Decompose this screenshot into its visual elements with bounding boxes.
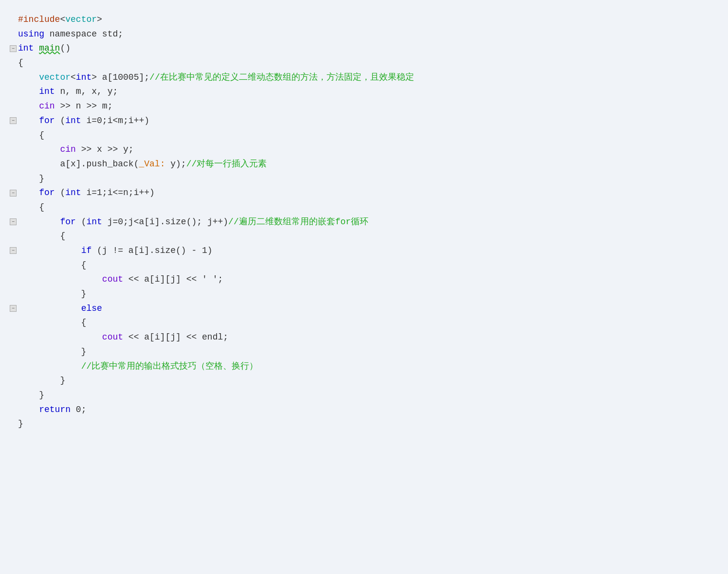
- code-line: − for (int i=1;i<=n;i++): [10, 186, 718, 200]
- token: [18, 304, 81, 313]
- token: {: [18, 58, 23, 68]
- token: i=1;i<=n;i++): [81, 188, 155, 197]
- token: main: [39, 43, 60, 53]
- token: {: [18, 130, 44, 140]
- token: cout: [18, 274, 128, 284]
- token: }: [18, 289, 86, 299]
- token: >: [97, 15, 102, 24]
- token: 0;: [71, 405, 86, 414]
- token: //在比赛中常见的定义二维动态数组的方法，方法固定，且效果稳定: [149, 72, 414, 82]
- code-line: − else: [10, 302, 718, 316]
- token: for: [39, 188, 55, 197]
- token: int: [65, 116, 81, 126]
- code-line: cout << a[i][j] << ' ';: [10, 272, 718, 287]
- token: //遍历二维数组常用的嵌套for循环: [228, 217, 368, 227]
- token: y);: [165, 159, 186, 169]
- fold-button[interactable]: −: [10, 305, 17, 312]
- token: using: [18, 29, 44, 39]
- token: {: [18, 231, 65, 241]
- token: int: [76, 72, 91, 82]
- token: [18, 405, 39, 414]
- code-line: using namespace std;: [10, 27, 718, 42]
- token: cin: [18, 144, 81, 154]
- token: [34, 43, 39, 53]
- token: [18, 217, 60, 227]
- code-line: }: [10, 345, 718, 359]
- code-line: cin >> x >> y;: [10, 143, 718, 157]
- token: [18, 246, 81, 255]
- token: //比赛中常用的输出格式技巧（空格、换行）: [81, 361, 258, 371]
- token: else: [81, 304, 102, 313]
- code-line: − for (int j=0;j<a[i].size(); j++)//遍历二维…: [10, 215, 718, 230]
- code-line: cin >> n >> m;: [10, 99, 718, 114]
- fold-button[interactable]: −: [10, 190, 17, 197]
- code-line: }: [10, 374, 718, 388]
- fold-button[interactable]: −: [10, 247, 17, 254]
- code-line: −int main(): [10, 41, 718, 56]
- token: for: [39, 116, 55, 126]
- token: }: [18, 376, 65, 385]
- token: }: [18, 347, 86, 357]
- token: }: [18, 390, 44, 400]
- code-pre: #include<vector> using namespace std; −i…: [0, 5, 728, 574]
- token: (): [60, 43, 71, 53]
- fold-button[interactable]: −: [10, 218, 17, 225]
- code-line: }: [10, 172, 718, 186]
- token: int: [86, 217, 102, 227]
- token: {: [18, 318, 86, 327]
- token: return: [39, 405, 71, 414]
- token: << a[i][j] << ' ';: [128, 274, 223, 284]
- code-line: {: [10, 316, 718, 330]
- code-line: {: [10, 128, 718, 143]
- code-line: a[x].push_back(_Val: y);//对每一行插入元素: [10, 157, 718, 172]
- token: int: [18, 43, 34, 53]
- code-line: {: [10, 258, 718, 273]
- token: std: [102, 29, 118, 39]
- fold-button[interactable]: −: [10, 45, 17, 52]
- token: {: [18, 202, 44, 212]
- token: }: [18, 419, 23, 429]
- code-line: int n, m, x, y;: [10, 85, 718, 99]
- code-line: }: [10, 417, 718, 431]
- token: >> x >> y;: [81, 144, 134, 154]
- token: vector: [18, 72, 71, 82]
- token: cout: [18, 332, 128, 342]
- code-line: cout << a[i][j] << endl;: [10, 330, 718, 345]
- token: _Val:: [139, 159, 165, 169]
- token: << a[i][j] << endl;: [128, 332, 228, 342]
- token: vector: [65, 15, 97, 24]
- token: <: [71, 72, 76, 82]
- token: j=0;j<a[i].size(); j++): [102, 217, 228, 227]
- code-line: {: [10, 200, 718, 215]
- token: }: [18, 174, 44, 183]
- token: if: [81, 246, 92, 255]
- token: ;: [118, 29, 123, 39]
- token: [18, 116, 39, 126]
- code-line: //比赛中常用的输出格式技巧（空格、换行）: [10, 359, 718, 374]
- code-line: {: [10, 229, 718, 244]
- code-line: return 0;: [10, 403, 718, 417]
- token: [18, 188, 39, 197]
- token: (: [55, 188, 66, 197]
- code-editor: #include<vector> using namespace std; −i…: [0, 0, 728, 574]
- token: cin: [18, 101, 60, 111]
- code-line: {: [10, 56, 718, 71]
- code-line: − for (int i=0;i<m;i++): [10, 114, 718, 128]
- code-line: #include<vector>: [10, 13, 718, 27]
- token: (j != a[i].size() - 1): [91, 246, 212, 255]
- token: [18, 87, 39, 96]
- token: (: [55, 116, 66, 126]
- code-line: }: [10, 287, 718, 302]
- token: a[x].push_back(: [18, 159, 139, 169]
- token: (: [76, 217, 87, 227]
- token: int: [39, 87, 55, 96]
- token: namespace: [44, 29, 102, 39]
- token: for: [60, 217, 75, 227]
- code-line: vector<int> a[10005];//在比赛中常见的定义二维动态数组的方…: [10, 71, 718, 85]
- token: i=0;i<m;i++): [81, 116, 149, 126]
- token: [18, 361, 81, 371]
- token: >> n >> m;: [60, 101, 112, 111]
- token: n, m, x, y;: [55, 87, 118, 96]
- fold-button[interactable]: −: [10, 117, 17, 124]
- token: #include: [18, 15, 60, 24]
